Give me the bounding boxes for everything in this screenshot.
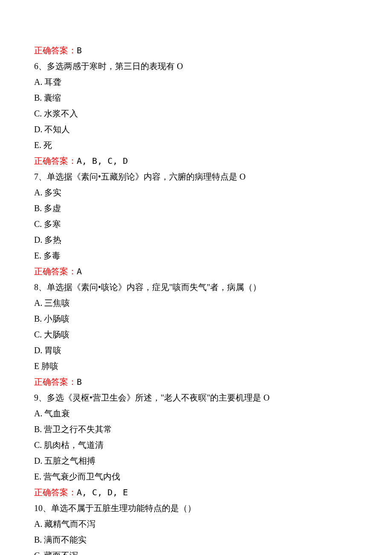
text-line: E. 营气衰少而卫气内伐: [34, 469, 358, 485]
text-line: E 肺咳: [34, 358, 358, 374]
text-line: D. 多热: [34, 232, 358, 248]
text-line: 正确答案：A, C, D, E: [34, 485, 358, 500]
text-line: 8、单选据《素问•咳论》内容，症见"咳而失气"者，病属（）: [34, 279, 358, 295]
text-line: B. 满而不能实: [34, 532, 358, 548]
text-line: C. 藏而不泻: [34, 548, 358, 555]
text-line: C. 肌肉枯，气道清: [34, 437, 358, 453]
answer-value: A: [77, 266, 82, 276]
answer-value: B: [77, 377, 82, 387]
text-line: 正确答案：A, B, C, D: [34, 153, 358, 169]
line-text: A. 耳聋: [34, 77, 61, 87]
line-text: C. 多寒: [34, 219, 61, 229]
line-text: D. 不知人: [34, 125, 70, 134]
line-text: A. 气血衰: [34, 409, 70, 418]
text-line: B. 囊缩: [34, 90, 358, 106]
line-text: C. 水浆不入: [34, 109, 78, 118]
line-text: A. 三焦咳: [34, 298, 70, 308]
text-line: B. 营卫之行不失其常: [34, 421, 358, 437]
text-line: D. 五脏之气相搏: [34, 453, 358, 469]
text-line: A. 气血衰: [34, 406, 358, 421]
text-line: 9、多选《灵枢•营卫生会》所述，"老人不夜暝"的主要机理是 O: [34, 390, 358, 406]
text-line: E. 多毒: [34, 248, 358, 264]
line-text: 10、单选不属于五脏生理功能特点的是（）: [34, 503, 196, 513]
line-text: A. 藏精气而不泻: [34, 519, 95, 529]
answer-label: 正确答案：: [34, 488, 77, 497]
line-text: D. 多热: [34, 235, 61, 244]
text-line: 正确答案：B: [34, 43, 358, 58]
text-line: 正确答案：A: [34, 264, 358, 279]
text-line: A. 耳聋: [34, 74, 358, 90]
line-text: E. 死: [34, 140, 52, 150]
text-line: 7、单选据《素问•五藏别论》内容，六腑的病理特点是 O: [34, 169, 358, 185]
line-text: 6、多选两感于寒时，第三日的表现有 O: [34, 61, 183, 71]
line-text: B. 囊缩: [34, 93, 61, 102]
text-line: C. 大肠咳: [34, 327, 358, 343]
text-line: 10、单选不属于五脏生理功能特点的是（）: [34, 500, 358, 516]
answer-label: 正确答案：: [34, 46, 77, 55]
line-text: E 肺咳: [34, 361, 58, 371]
line-text: C. 藏而不泻: [34, 551, 78, 555]
line-text: B. 多虚: [34, 203, 61, 213]
answer-value: A, C, D, E: [77, 487, 128, 497]
text-line: C. 多寒: [34, 216, 358, 232]
document-content: 正确答案：B6、多选两感于寒时，第三日的表现有 OA. 耳聋B. 囊缩C. 水浆…: [34, 43, 358, 555]
line-text: B. 营卫之行不失其常: [34, 424, 112, 434]
line-text: C. 肌肉枯，气道清: [34, 440, 104, 450]
answer-label: 正确答案：: [34, 267, 77, 276]
line-text: A. 多实: [34, 188, 61, 197]
text-line: B. 小肠咳: [34, 311, 358, 327]
text-line: C. 水浆不入: [34, 106, 358, 122]
text-line: 正确答案：B: [34, 374, 358, 390]
line-text: E. 多毒: [34, 251, 61, 260]
text-line: E. 死: [34, 137, 358, 153]
text-line: A. 多实: [34, 185, 358, 200]
text-line: 6、多选两感于寒时，第三日的表现有 O: [34, 58, 358, 74]
text-line: A. 藏精气而不泻: [34, 516, 358, 532]
line-text: 8、单选据《素问•咳论》内容，症见"咳而失气"者，病属（）: [34, 282, 261, 292]
line-text: B. 满而不能实: [34, 535, 86, 544]
text-line: D. 胃咳: [34, 343, 358, 358]
line-text: C. 大肠咳: [34, 330, 69, 339]
line-text: 9、多选《灵枢•营卫生会》所述，"老人不夜暝"的主要机理是 O: [34, 393, 270, 402]
text-line: D. 不知人: [34, 122, 358, 137]
line-text: D. 五脏之气相搏: [34, 456, 95, 465]
answer-label: 正确答案：: [34, 156, 77, 166]
text-line: A. 三焦咳: [34, 295, 358, 311]
line-text: D. 胃咳: [34, 346, 61, 355]
line-text: 7、单选据《素问•五藏别论》内容，六腑的病理特点是 O: [34, 172, 245, 181]
answer-value: A, B, C, D: [77, 156, 128, 166]
answer-value: B: [77, 45, 82, 55]
text-line: B. 多虚: [34, 200, 358, 216]
line-text: E. 营气衰少而卫气内伐: [34, 472, 120, 481]
line-text: B. 小肠咳: [34, 314, 69, 323]
answer-label: 正确答案：: [34, 377, 77, 386]
